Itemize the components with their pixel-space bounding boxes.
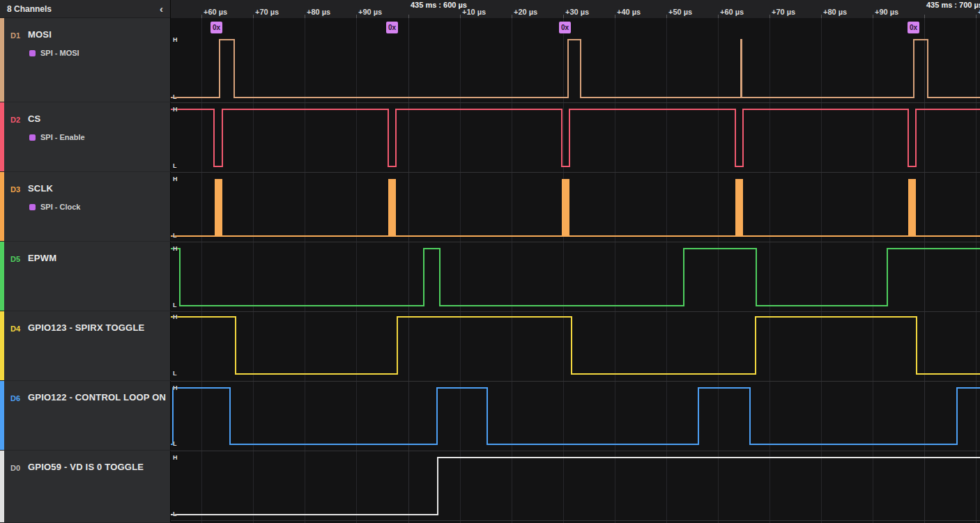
channel-name-label: SCLK [28, 183, 53, 194]
channel-id-label: D0 [10, 464, 20, 472]
channel-count-label: 8 Channels [7, 4, 52, 14]
timeline-tick-label: +40 µs [617, 8, 641, 16]
timeline-major-label: 435 ms : 600 µs [411, 1, 467, 9]
high-level-label: H [173, 37, 178, 43]
channel-color-stripe [0, 18, 4, 102]
channel-id-label: D2 [10, 116, 20, 124]
channel-id-label: D5 [10, 255, 20, 263]
timeline-ruler[interactable]: 435 ms : 600 µs435 ms : 700 µs+60 µs+70 … [171, 0, 980, 18]
spi-decode-badge[interactable]: 0x [908, 22, 919, 33]
analyzer-name-label: SPI - MOSI [40, 49, 79, 57]
trace-gpio122 [171, 388, 980, 444]
channel-color-stripe [0, 451, 4, 522]
channel-row-d0[interactable]: D0 GPIO59 - VD IS 0 TOGGLE [0, 451, 171, 523]
channel-color-stripe [0, 102, 4, 171]
high-level-label: H [173, 107, 178, 113]
channel-name-label: CS [28, 114, 40, 124]
high-level-label: H [173, 455, 178, 461]
channel-row-d6[interactable]: D6 GPIO122 - CONTROL LOOP ON [0, 381, 171, 451]
channel-name-label: GPIO122 - CONTROL LOOP ON [28, 392, 166, 403]
channel-name-label: MOSI [28, 29, 52, 40]
channel-color-stripe [0, 311, 4, 380]
timeline-tick-label: +90 µs [875, 8, 898, 16]
trace-mosi [171, 40, 980, 97]
clock-burst-sclk [735, 179, 743, 236]
clock-burst-sclk [215, 179, 222, 236]
channel-row-d4[interactable]: D4 GPIO123 - SPIRX TOGGLE [0, 311, 171, 381]
channel-name-label: GPIO123 - SPIRX TOGGLE [28, 322, 144, 333]
channel-row-d3[interactable]: D3 SCLK SPI - Clock [0, 172, 171, 242]
trace-cs [171, 109, 980, 166]
timeline-tick-label: +70 µs [772, 8, 795, 16]
sidebar-header: 8 Channels ‹ [0, 0, 170, 18]
channel-id-label: D3 [10, 185, 20, 194]
trace-gpio123 [171, 317, 980, 374]
high-level-label: H [173, 385, 178, 391]
channel-color-stripe [0, 381, 4, 450]
trace-gpio59 [171, 458, 980, 515]
channel-id-label: D1 [10, 31, 20, 40]
channel-color-stripe [0, 242, 4, 311]
analyzer-color-icon [29, 134, 36, 141]
low-level-label: L [173, 94, 177, 100]
waveform-area[interactable]: HLHLHLHLHLHLHL 0x0x0x0x [171, 18, 980, 523]
channel-analyzer-tag[interactable]: SPI - Enable [29, 133, 85, 141]
analyzer-color-icon [29, 204, 36, 210]
channel-row-d5[interactable]: D5 EPWM [0, 242, 171, 311]
timeline-tick-label: +60 µs [204, 8, 227, 16]
channel-sidebar: 8 Channels ‹ D1 MOSI SPI - MOSI D2 CS SP… [0, 0, 171, 523]
low-level-label: L [173, 163, 177, 169]
low-level-label: L [173, 370, 177, 377]
low-level-label: L [173, 302, 177, 309]
channel-analyzer-tag[interactable]: SPI - Clock [29, 203, 80, 211]
logic-analyzer-app: 8 Channels ‹ D1 MOSI SPI - MOSI D2 CS SP… [0, 0, 980, 523]
trace-epwm [171, 249, 980, 306]
spi-decode-badge[interactable]: 0x [559, 22, 571, 33]
timeline-tick-label: +80 µs [823, 8, 847, 16]
timeline-major-label: 435 ms : 700 µs [926, 1, 980, 9]
channel-color-stripe [0, 172, 4, 241]
timeline-tick-label: +50 µs [668, 8, 692, 16]
clock-burst-sclk [562, 179, 569, 236]
channel-name-label: EPWM [28, 253, 56, 263]
analyzer-color-icon [29, 50, 36, 56]
low-level-label: L [173, 511, 177, 517]
timeline-tick-label: +90 µs [358, 8, 382, 16]
channel-name-label: GPIO59 - VD IS 0 TOGGLE [28, 462, 144, 472]
high-level-label: H [173, 246, 178, 252]
high-level-label: H [173, 314, 178, 320]
channel-id-label: D6 [10, 394, 20, 403]
clock-burst-sclk [388, 179, 396, 236]
timeline-tick-label: +20 µs [514, 8, 537, 16]
timeline-tick-label: +30 µs [565, 8, 589, 16]
analyzer-name-label: SPI - Enable [40, 133, 85, 141]
timeline-tick-label: +10 µs [462, 8, 486, 16]
low-level-label: L [173, 441, 177, 447]
spi-decode-badge[interactable]: 0x [210, 22, 222, 33]
spi-decode-badge[interactable]: 0x [386, 22, 398, 33]
channel-row-d2[interactable]: D2 CS SPI - Enable [0, 102, 171, 172]
channel-id-label: D4 [10, 325, 20, 333]
timeline-tick-label: +80 µs [307, 8, 330, 16]
collapse-sidebar-icon[interactable]: ‹ [160, 3, 163, 14]
analyzer-name-label: SPI - Clock [40, 203, 80, 211]
waveform-traces [171, 18, 980, 523]
timeline-tick-label: +70 µs [255, 8, 279, 16]
timeline-tick-label: +60 µs [720, 8, 744, 16]
channel-analyzer-tag[interactable]: SPI - MOSI [29, 49, 79, 57]
high-level-label: H [173, 176, 178, 182]
channel-row-d1[interactable]: D1 MOSI SPI - MOSI [0, 18, 171, 102]
low-level-label: L [173, 233, 177, 239]
clock-burst-sclk [908, 179, 916, 236]
